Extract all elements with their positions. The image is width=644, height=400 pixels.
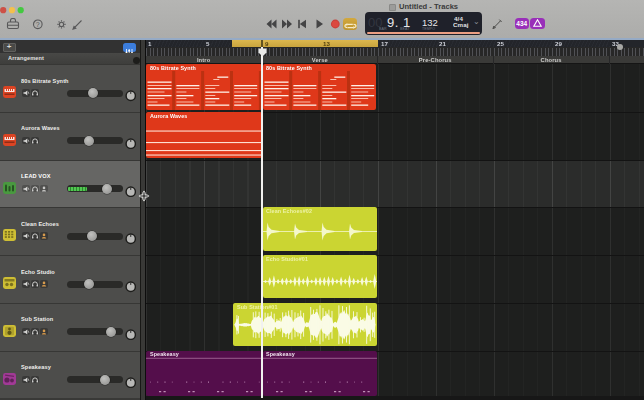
svg-text:?: ? (36, 21, 40, 28)
